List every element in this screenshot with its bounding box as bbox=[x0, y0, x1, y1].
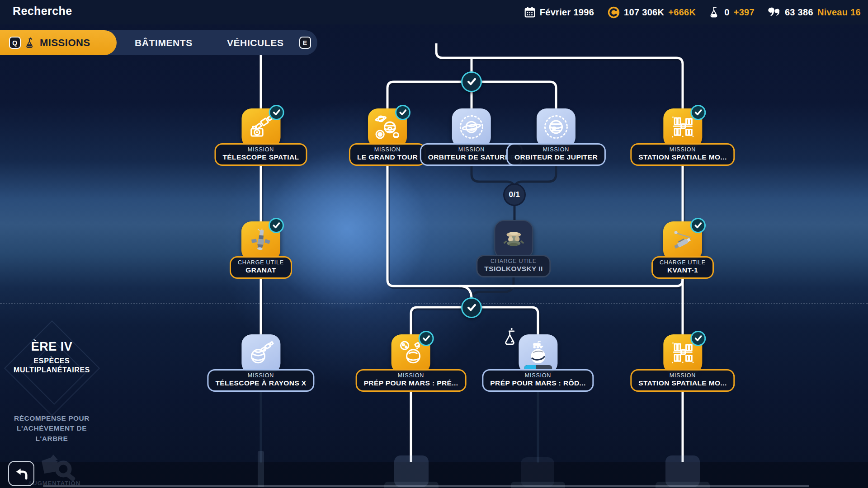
tech-node-name: PRÉP POUR MARS : PRÉ... bbox=[364, 379, 458, 387]
era-reward-note: RÉCOMPENSE POUR L'ACHÈVEMENT DE L'ARBRE bbox=[5, 413, 98, 444]
tech-node-label: CHARGE UTILEGRANAT bbox=[230, 256, 292, 279]
upgrade-wrench-ghost-icon bbox=[35, 452, 78, 483]
tab-missions-label: MISSIONS bbox=[40, 37, 90, 49]
currency-coin-icon bbox=[608, 6, 620, 19]
science-value: 0 bbox=[724, 7, 729, 18]
xray-telescope-icon bbox=[248, 340, 274, 368]
completed-check-badge bbox=[395, 105, 410, 120]
tech-node-category: MISSION bbox=[428, 146, 515, 153]
tech-node-category: CHARGE UTILE bbox=[484, 258, 542, 264]
tech-node-label: CHARGE UTILEKVANT-1 bbox=[651, 256, 714, 279]
tech-node-kvant[interactable]: CHARGE UTILEKVANT-1 bbox=[651, 221, 714, 279]
tech-node-category: MISSION bbox=[223, 146, 299, 153]
completed-check-badge bbox=[690, 331, 706, 346]
science-flask-icon bbox=[709, 6, 720, 18]
tech-node-tile bbox=[494, 220, 533, 259]
space-station-icon bbox=[670, 114, 696, 142]
tech-node-label: MISSIONTÉLESCOPE À RAYONS X bbox=[207, 369, 314, 392]
horizontal-scrollbar[interactable] bbox=[43, 485, 809, 487]
tech-node-station-spatiale-2[interactable]: MISSIONSTATION SPATIALE MO... bbox=[630, 334, 735, 392]
tech-node-name: TSIOLKOVSKY II bbox=[484, 265, 542, 273]
resource-bar: Février 1996 107 306K +666K 0 +397 bbox=[524, 0, 861, 24]
tech-node-name: STATION SPATIALE MO... bbox=[638, 379, 726, 387]
era-panel: ÈRE IV ESPÈCES MULTIPLANÉTAIRES bbox=[5, 340, 98, 375]
tech-node-tsiolkovsky[interactable]: CHARGE UTILETSIOLKOVSKY II bbox=[476, 220, 551, 277]
tech-node-tile bbox=[663, 221, 702, 260]
support-display: 63 386 Niveau 16 bbox=[768, 7, 861, 18]
tech-node-station-spatiale-1[interactable]: MISSIONSTATION SPATIALE MO... bbox=[630, 108, 735, 166]
date-display: Février 1996 bbox=[524, 6, 594, 18]
saturn-orbit-icon bbox=[458, 114, 485, 142]
tech-node-tile bbox=[537, 108, 576, 147]
tech-node-tile bbox=[241, 221, 280, 260]
tech-node-label: MISSIONORBITEUR DE JUPITER bbox=[506, 143, 606, 166]
tech-node-tile bbox=[241, 108, 280, 147]
funds-delta: +666K bbox=[668, 7, 696, 18]
funds-value: 107 306K bbox=[624, 7, 664, 18]
tech-node-category: MISSION bbox=[638, 372, 726, 379]
tech-node-label: MISSIONTÉLESCOPE SPATIAL bbox=[215, 143, 307, 166]
tech-node-label: CHARGE UTILETSIOLKOVSKY II bbox=[476, 255, 551, 277]
tech-node-prep-mars-rod[interactable]: MISSIONPRÉP POUR MARS : RÔD... bbox=[482, 334, 594, 392]
tech-node-name: GRANAT bbox=[238, 266, 284, 274]
date-value: Février 1996 bbox=[540, 7, 594, 18]
tech-node-name: PRÉP POUR MARS : RÔD... bbox=[490, 379, 585, 387]
completed-check-badge bbox=[690, 105, 706, 120]
research-screen: 0/1 MISSIONTÉLESCOPE SPATIAL MISSIONLE G… bbox=[0, 0, 868, 488]
page-title: Recherche bbox=[13, 5, 72, 18]
calendar-icon bbox=[524, 6, 536, 18]
tech-node-tile bbox=[241, 334, 280, 373]
tech-node-tile bbox=[452, 108, 491, 147]
tech-node-category: MISSION bbox=[357, 146, 418, 153]
gate-checkpoint-top bbox=[461, 71, 482, 92]
tech-node-name: TÉLESCOPE À RAYONS X bbox=[215, 379, 306, 387]
tech-node-granat[interactable]: CHARGE UTILEGRANAT bbox=[230, 221, 292, 279]
tech-node-tile bbox=[519, 334, 557, 373]
tab-vehicules[interactable]: VÉHICULES bbox=[227, 38, 284, 48]
gate-progress-badge: 0/1 bbox=[503, 183, 526, 206]
back-button[interactable] bbox=[8, 461, 34, 486]
tech-node-category: MISSION bbox=[638, 146, 726, 153]
science-display: 0 +397 bbox=[709, 6, 755, 18]
tech-node-name: KVANT-1 bbox=[660, 266, 706, 274]
tech-node-tile bbox=[392, 334, 430, 373]
missions-flask-icon bbox=[25, 37, 35, 49]
tech-tree-connectors bbox=[0, 0, 868, 488]
hotkey-q-badge: Q bbox=[9, 37, 21, 49]
completed-check-badge bbox=[419, 331, 434, 346]
completed-check-badge bbox=[269, 218, 284, 233]
tech-node-grand-tour[interactable]: MISSIONLE GRAND TOUR bbox=[349, 108, 426, 166]
check-icon bbox=[466, 302, 477, 313]
granat-satellite-icon bbox=[249, 227, 273, 255]
tech-node-prep-mars-pre[interactable]: MISSIONPRÉP POUR MARS : PRÉ... bbox=[356, 334, 467, 392]
era-title: ÈRE IV bbox=[5, 340, 98, 354]
tech-node-tile bbox=[663, 108, 702, 147]
completed-check-badge bbox=[269, 105, 284, 120]
tech-node-category: MISSION bbox=[215, 372, 306, 379]
tech-node-label: MISSIONPRÉP POUR MARS : PRÉ... bbox=[356, 369, 467, 392]
active-research-flask-icon bbox=[503, 328, 519, 348]
completed-check-badge bbox=[690, 218, 706, 233]
back-arrow-icon bbox=[13, 466, 29, 481]
tech-node-orbiteur-jupiter[interactable]: MISSIONORBITEUR DE JUPITER bbox=[506, 108, 606, 166]
tab-missions[interactable]: Q MISSIONS bbox=[0, 30, 117, 55]
funds-display: 107 306K +666K bbox=[608, 6, 696, 19]
mars-rover-icon bbox=[525, 340, 551, 368]
tech-node-tile bbox=[663, 334, 702, 373]
check-icon bbox=[466, 76, 477, 87]
planets-tour-icon bbox=[374, 114, 401, 142]
tab-batiments[interactable]: BÂTIMENTS bbox=[135, 38, 193, 48]
space-telescope-icon bbox=[248, 114, 274, 142]
tech-node-telescope-rayons-x[interactable]: MISSIONTÉLESCOPE À RAYONS X bbox=[207, 334, 314, 392]
space-station-icon bbox=[670, 340, 696, 368]
support-level: Niveau 16 bbox=[817, 7, 861, 18]
research-tabs: Q MISSIONS BÂTIMENTS VÉHICULES E bbox=[0, 30, 317, 55]
tech-node-name: LE GRAND TOUR bbox=[357, 153, 418, 161]
support-quotes-icon bbox=[768, 7, 781, 18]
tech-node-category: MISSION bbox=[364, 372, 458, 379]
mars-prep-icon bbox=[398, 340, 424, 368]
tech-node-label: MISSIONSTATION SPATIALE MO... bbox=[630, 143, 735, 166]
era-subtitle: ESPÈCES MULTIPLANÉTAIRES bbox=[5, 357, 98, 375]
tech-node-telescope-spatial[interactable]: MISSIONTÉLESCOPE SPATIAL bbox=[215, 108, 307, 166]
tech-node-label: MISSIONPRÉP POUR MARS : RÔD... bbox=[482, 369, 594, 392]
